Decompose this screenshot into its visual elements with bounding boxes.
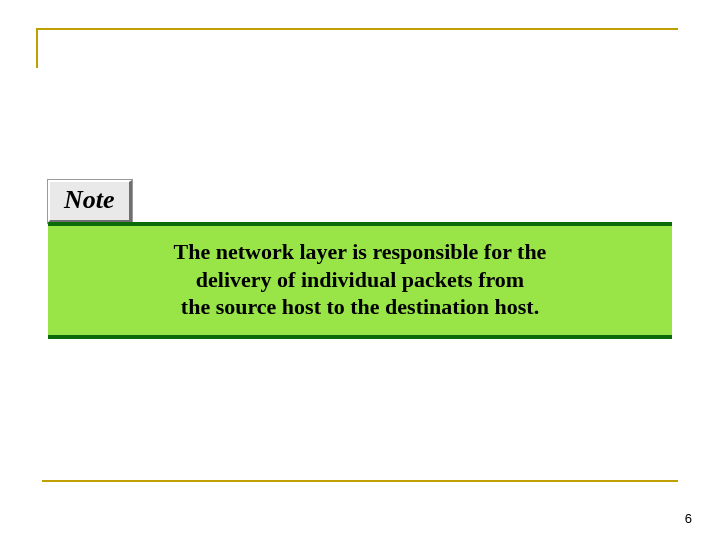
bottom-rule bbox=[42, 480, 678, 482]
note-line-1: The network layer is responsible for the bbox=[68, 238, 652, 266]
note-text: The network layer is responsible for the… bbox=[68, 238, 652, 321]
page-number: 6 bbox=[685, 511, 692, 526]
top-rule bbox=[36, 28, 678, 30]
note-box: The network layer is responsible for the… bbox=[48, 222, 672, 339]
top-rule-tick bbox=[36, 28, 38, 68]
note-line-3: the source host to the destination host. bbox=[68, 293, 652, 321]
note-badge: Note bbox=[48, 180, 132, 223]
slide: Note The network layer is responsible fo… bbox=[0, 0, 720, 540]
note-badge-label: Note bbox=[64, 185, 115, 214]
note-line-2: delivery of individual packets from bbox=[68, 266, 652, 294]
